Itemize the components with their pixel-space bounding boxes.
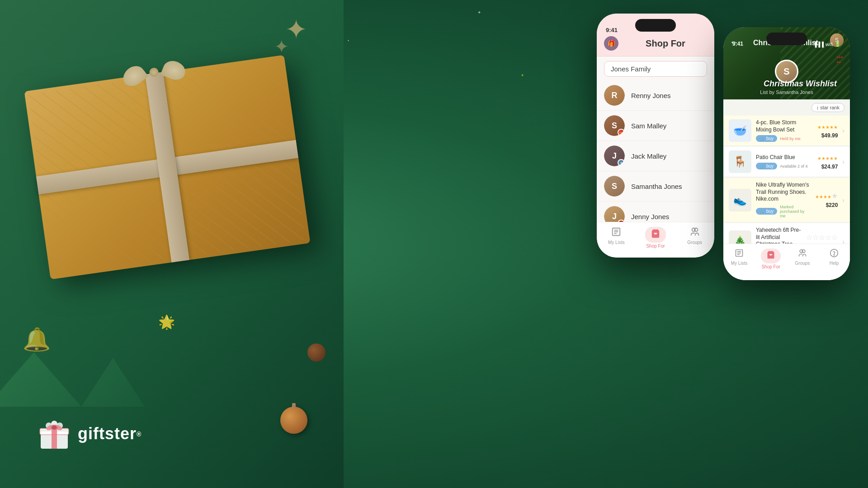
avatar: S <box>604 176 625 197</box>
buy-button[interactable]: 🛒 buy <box>756 208 777 215</box>
stars-empty: ★ <box>831 192 838 200</box>
nav-item-shop-for[interactable]: Shop For <box>636 225 675 250</box>
nav-item-shop-for-right[interactable]: Shop For <box>755 247 787 271</box>
stars-empty: ☆☆☆☆☆ <box>806 234 838 241</box>
product-item[interactable]: 🎄 Yaheetech 6ft Pre-lit Artificial Chris… <box>723 223 850 244</box>
nav-item-groups[interactable]: Groups <box>675 225 714 250</box>
giftster-logo-icon <box>36 416 72 452</box>
bow-decoration <box>130 56 178 89</box>
ornament-decoration-2 <box>307 343 326 361</box>
stars-filled: ★★★★ <box>815 194 831 199</box>
nav-item-help[interactable]: Help <box>818 247 850 271</box>
my-lists-icon-right <box>735 249 744 260</box>
bottom-navigation-right: My Lists Shop For <box>723 244 850 280</box>
sort-button[interactable]: ↕ star rank <box>811 103 844 112</box>
buy-label: buy <box>766 164 774 169</box>
product-image: 🎄 <box>729 230 751 244</box>
product-actions: 🛒 buy Available 2 of 4 <box>756 163 813 169</box>
right-phone: ●●● ●● 9:41 ▐▐▐ wifi 🔋 <box>723 27 850 280</box>
star-rating: ★★★★★ <box>817 154 838 162</box>
wishlist-hero-subtitle: List by Samantha Jones <box>723 89 850 95</box>
my-lists-icon <box>611 227 621 239</box>
buy-button[interactable]: 🛒 buy <box>756 135 777 142</box>
star-rating: ★★★★★ <box>817 122 838 131</box>
status-time-right: 9:41 <box>732 41 813 47</box>
chevron-right-icon: › <box>842 197 844 204</box>
product-item[interactable]: 🥣 4-pc. Blue Storm Mixing Bowl Set 🛒 buy… <box>723 116 850 146</box>
product-image: 👟 <box>729 189 751 211</box>
list-item[interactable]: S Samantha Jones <box>597 171 714 202</box>
product-details: 4-pc. Blue Storm Mixing Bowl Set 🛒 buy H… <box>756 119 813 142</box>
gift-background-area: ✦ ✦ 🔔 🌟 <box>0 0 344 488</box>
badge: 🎁 <box>618 129 625 136</box>
shop-for-nav-label: Shop For <box>646 244 665 249</box>
battery-icon: 🔋 <box>835 41 841 47</box>
product-price-area: ★★★★★ $220 <box>815 192 838 208</box>
shop-for-nav-bg <box>645 227 666 243</box>
svg-point-23 <box>834 254 835 255</box>
pine-branch-decoration <box>0 316 167 407</box>
list-item[interactable]: S 🎁 Sam Malley <box>597 111 714 141</box>
nav-item-my-lists-right[interactable]: My Lists <box>723 247 755 271</box>
chevron-right-icon: › <box>842 238 844 244</box>
bottom-navigation-left: My Lists Shop For <box>597 222 714 258</box>
product-status: Available 2 of 4 <box>780 164 807 169</box>
shop-for-icon-right <box>766 250 775 262</box>
member-name: Jack Malley <box>631 152 666 160</box>
jones-family-label: Jones Family <box>611 65 651 73</box>
avatar: J + <box>604 145 625 166</box>
ornament-decoration <box>280 407 307 434</box>
product-details: Patio Chair Blue 🛒 buy Available 2 of 4 <box>756 154 813 170</box>
logo-text: giftster <box>78 424 137 443</box>
wishlist-hero-title: Christmas Wishlist <box>723 79 850 89</box>
nav-item-my-lists[interactable]: My Lists <box>597 225 636 250</box>
help-nav-label: Help <box>830 261 839 266</box>
product-price: $220 <box>826 202 838 208</box>
right-phone-screen: ●●● ●● 9:41 ▐▐▐ wifi 🔋 <box>723 27 850 280</box>
buy-button[interactable]: 🛒 buy <box>756 163 777 169</box>
cart-icon: 🛒 <box>760 136 765 141</box>
badge: + <box>618 159 625 166</box>
product-price: $24.97 <box>821 164 838 170</box>
product-name: Patio Chair Blue <box>756 154 813 161</box>
star-rating: ★★★★★ <box>815 192 838 200</box>
list-item[interactable]: R Renny Jones <box>597 80 714 111</box>
groups-icon <box>690 227 700 239</box>
groups-label: Groups <box>687 240 702 245</box>
product-name: Yaheetech 6ft Pre-lit Artificial Christm… <box>756 227 802 244</box>
shop-for-icon <box>651 229 660 241</box>
logo-trademark: ® <box>137 431 142 438</box>
product-item[interactable]: 🪑 Patio Chair Blue 🛒 buy Available 2 of … <box>723 147 850 177</box>
shop-for-screen: 9:41 🎁 Shop For Jones Family <box>597 14 714 258</box>
christmas-wishlist-screen: ●●● ●● 9:41 ▐▐▐ wifi 🔋 <box>723 27 850 280</box>
svg-point-9 <box>52 425 57 430</box>
nav-item-groups-right[interactable]: Groups <box>787 247 818 271</box>
chevron-right-icon: › <box>842 127 844 134</box>
shop-for-title: Shop For <box>624 38 707 49</box>
avatar: R <box>604 85 625 106</box>
product-status: Marked purchased by me <box>780 205 811 218</box>
product-item[interactable]: 👟 Nike Ultrafly Women's Trail Running Sh… <box>723 178 850 222</box>
stars-filled: ★★★★★ <box>817 125 838 130</box>
cart-icon: 🛒 <box>760 209 765 214</box>
sort-bar: ↕ star rank <box>723 99 850 116</box>
family-search-bar[interactable]: Jones Family <box>604 61 707 77</box>
status-icons-right: ▐▐▐ wifi 🔋 <box>813 41 841 47</box>
app-logo-small: 🎁 <box>604 36 618 51</box>
product-name: Nike Ultrafly Women's Trail Running Shoe… <box>756 182 811 203</box>
status-bar-right: 9:41 ▐▐▐ wifi 🔋 <box>723 27 850 50</box>
product-details: Nike Ultrafly Women's Trail Running Shoe… <box>756 182 811 218</box>
product-list: 🥣 4-pc. Blue Storm Mixing Bowl Set 🛒 buy… <box>723 116 850 244</box>
my-lists-nav-label: My Lists <box>731 261 748 266</box>
star-rating: ☆☆☆☆☆ <box>806 233 838 242</box>
product-image: 🪑 <box>729 150 751 173</box>
buy-label: buy <box>766 209 774 214</box>
product-actions: 🛒 buy Held by me <box>756 135 813 142</box>
logo-area: giftster® <box>36 416 142 452</box>
dynamic-island-left <box>635 19 676 32</box>
product-price-area: ★★★★★ $49.99 <box>817 122 838 139</box>
star-decoration-2: ✦ <box>274 36 289 57</box>
list-item[interactable]: J + Jenny Jones <box>597 202 714 222</box>
my-lists-label: My Lists <box>608 240 625 245</box>
list-item[interactable]: J + Jack Malley <box>597 141 714 171</box>
